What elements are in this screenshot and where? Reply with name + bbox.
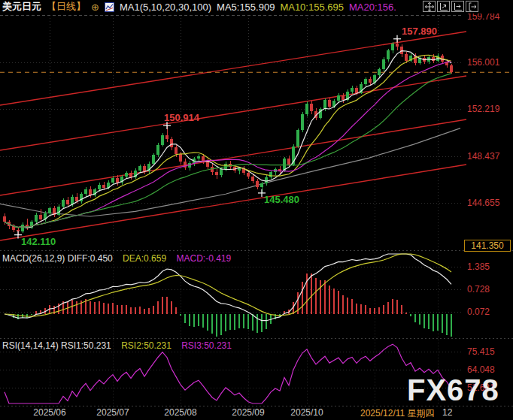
svg-text:145.480: 145.480 bbox=[264, 194, 299, 205]
svg-text:142.110: 142.110 bbox=[21, 236, 56, 247]
macd-value: MACD:-0.419 bbox=[176, 253, 231, 264]
macd-pane bbox=[5, 254, 451, 337]
scale-axis-right-icon[interactable] bbox=[451, 1, 464, 12]
rsi1-value: RSI1:50.231 bbox=[61, 340, 111, 351]
shift-pane-right-icon[interactable] bbox=[466, 1, 478, 12]
svg-text:157.890: 157.890 bbox=[402, 26, 437, 37]
y-axis-label: 152.219 bbox=[467, 104, 499, 114]
y-axis-label: 148.437 bbox=[467, 151, 499, 162]
range-min-badge: 141.350 bbox=[464, 240, 511, 252]
chart-type-icon[interactable] bbox=[105, 2, 114, 12]
macd-diff-value: DIFF:0.450 bbox=[68, 253, 113, 264]
x-axis-label: 2025/07 bbox=[89, 407, 137, 418]
scale-axis-up-icon[interactable] bbox=[437, 1, 450, 12]
macd-indicator-row: MACD(26,12,9) DIFF:0.450 DEA:0.659 MACD:… bbox=[2, 253, 231, 264]
trend-channel-lines bbox=[0, 32, 466, 240]
rsi2-value: RSI2:50.231 bbox=[121, 340, 172, 351]
macd-name-label: MACD(26,12,9) DIFF:0.450 bbox=[2, 253, 113, 264]
ma20-value: MA20:156. bbox=[349, 2, 396, 13]
x-axis-label: 2025/09 bbox=[224, 407, 272, 418]
y-axis-label: 156.001 bbox=[467, 57, 499, 68]
rsi-name-label: RSI(14,14,14) RSI1:50.231 bbox=[2, 340, 111, 351]
rsi-line bbox=[5, 344, 451, 403]
pan-tool-icon[interactable] bbox=[423, 1, 436, 12]
macd-axis-label: 0.072 bbox=[467, 307, 490, 317]
svg-text:150.914: 150.914 bbox=[164, 112, 200, 123]
macd-dea-value: DEA:0.659 bbox=[123, 253, 166, 264]
ma-settings-label: MA1(5,10,20,30,100) bbox=[120, 2, 211, 13]
y-axis-label: 144.655 bbox=[467, 198, 499, 208]
circle-plus-icon[interactable]: ⊕ bbox=[91, 2, 99, 12]
chart-window: 157.890150.914145.480142.110 美元日元 【日线】 ⊕… bbox=[0, 0, 513, 420]
watermark: FX678 bbox=[407, 373, 499, 406]
x-axis-label-partial: 12 bbox=[442, 407, 452, 418]
macd-axis-label: 1.385 bbox=[467, 261, 490, 272]
current-date-label: 2025/12/11 星期四 bbox=[360, 407, 435, 420]
macd-axis-label: 0.728 bbox=[467, 284, 490, 295]
period-label[interactable]: 【日线】 bbox=[47, 0, 86, 14]
x-axis-label: 2025/10 bbox=[283, 407, 331, 418]
rsi-axis-label: 75.415 bbox=[467, 346, 495, 357]
ma10-value: MA10:155.695 bbox=[280, 2, 344, 13]
price-annotations: 157.890150.914145.480142.110 bbox=[14, 26, 437, 247]
rsi3-value: RSI3:50.231 bbox=[181, 340, 232, 351]
price-chart-canvas[interactable]: 157.890150.914145.480142.110 bbox=[0, 0, 513, 420]
rsi-indicator-row: RSI(14,14,14) RSI1:50.231 RSI2:50.231 RS… bbox=[2, 340, 232, 351]
toolbar bbox=[421, 1, 478, 12]
symbol-title: 美元日元 bbox=[2, 0, 41, 14]
ma5-value: MA5:155.909 bbox=[217, 2, 275, 13]
x-axis-label: 2025/06 bbox=[26, 407, 74, 418]
x-axis-label: 2025/08 bbox=[156, 407, 205, 418]
